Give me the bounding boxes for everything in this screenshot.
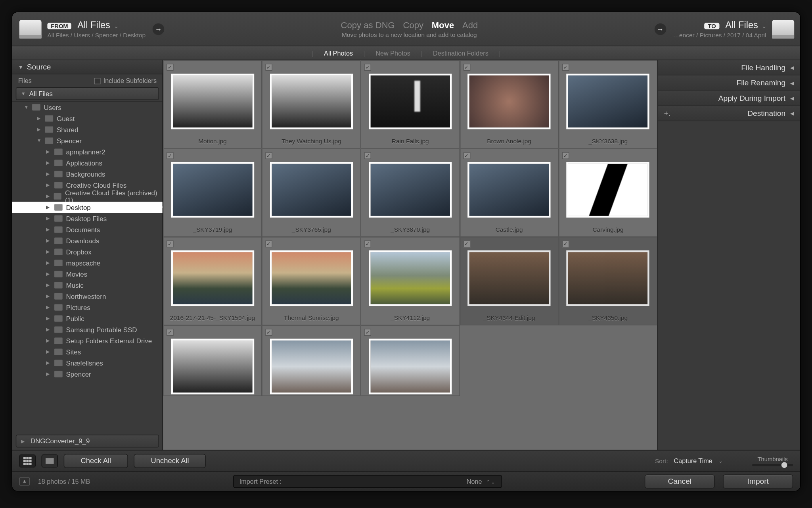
tree-item[interactable]: ▶Dropbox bbox=[12, 246, 163, 258]
tree-item[interactable]: ▶Shared bbox=[12, 124, 163, 135]
thumbnail-cell[interactable]: ✓_SKY4350.jpg bbox=[559, 237, 657, 325]
thumbnail-cell[interactable]: ✓_SKY4112.jpg bbox=[361, 237, 460, 325]
cancel-button[interactable]: Cancel bbox=[645, 474, 715, 488]
thumbnail-checkbox[interactable]: ✓ bbox=[562, 64, 569, 71]
thumbnail-checkbox[interactable]: ✓ bbox=[463, 152, 470, 159]
thumbnail-cell[interactable]: ✓_SKY3870.jpg bbox=[361, 148, 460, 237]
thumbnail-checkbox[interactable]: ✓ bbox=[167, 152, 174, 159]
expand-button[interactable]: ▲ bbox=[19, 477, 30, 485]
tree-item[interactable]: ▶Pictures bbox=[12, 302, 163, 313]
dest-title[interactable]: All Files bbox=[725, 19, 758, 30]
thumbnail-checkbox[interactable]: ✓ bbox=[463, 64, 470, 71]
source-panel-header[interactable]: ▼ Source bbox=[12, 60, 163, 74]
action-copy-as-dng[interactable]: Copy as DNG bbox=[341, 20, 395, 30]
thumbnail-cell[interactable]: ✓Motion.jpg bbox=[163, 60, 262, 149]
thumbnail-image[interactable] bbox=[171, 74, 254, 129]
dest-dropdown-icon[interactable]: ⌄ bbox=[762, 23, 766, 29]
thumbnail-image[interactable] bbox=[270, 339, 353, 394]
right-panel-apply-during-import[interactable]: Apply During Import◀ bbox=[658, 90, 800, 106]
view-all-photos[interactable]: All Photos bbox=[324, 50, 353, 57]
sort-value[interactable]: Capture Time bbox=[674, 457, 712, 464]
thumbnail-cell[interactable]: ✓_SKY3719.jpg bbox=[163, 148, 262, 237]
tree-item[interactable]: ▶Desktop bbox=[12, 202, 163, 213]
thumbnail-cell[interactable]: ✓_SKY3765.jpg bbox=[262, 148, 361, 237]
source-dropdown-icon[interactable]: ⌄ bbox=[114, 23, 119, 29]
right-panel-file-handling[interactable]: File Handling◀ bbox=[658, 60, 800, 75]
tree-item[interactable]: ▶Setup Folders External Drive bbox=[12, 335, 163, 346]
thumbnail-checkbox[interactable]: ✓ bbox=[167, 64, 174, 71]
thumbnail-checkbox[interactable]: ✓ bbox=[463, 241, 470, 248]
thumbnail-image[interactable] bbox=[467, 250, 550, 306]
thumbnail-checkbox[interactable]: ✓ bbox=[265, 64, 272, 71]
thumbnail-image[interactable] bbox=[171, 339, 254, 394]
action-add[interactable]: Add bbox=[462, 20, 478, 30]
check-all-button[interactable]: Check All bbox=[64, 454, 128, 468]
thumbnail-checkbox[interactable]: ✓ bbox=[265, 152, 272, 159]
thumbnail-image[interactable] bbox=[467, 162, 550, 217]
right-panel-destination[interactable]: +.Destination◀ bbox=[658, 106, 800, 121]
thumbnail-checkbox[interactable]: ✓ bbox=[364, 64, 372, 71]
tree-item[interactable]: ▶Snæfellsnes bbox=[12, 358, 163, 369]
view-new-photos[interactable]: New Photos bbox=[375, 50, 410, 57]
tree-item[interactable]: ▶Movies bbox=[12, 269, 163, 280]
add-destination-icon[interactable]: +. bbox=[664, 109, 670, 117]
tree-item[interactable]: ▶Public bbox=[12, 313, 163, 324]
thumbnail-checkbox[interactable]: ✓ bbox=[167, 241, 174, 248]
tree-item[interactable]: ▶Applications bbox=[12, 158, 163, 169]
thumbnail-image[interactable] bbox=[270, 250, 353, 306]
import-preset-bar[interactable]: Import Preset : None ⌃⌄ bbox=[233, 475, 502, 487]
thumbnail-size-slider[interactable] bbox=[752, 464, 793, 466]
thumbnail-checkbox[interactable]: ✓ bbox=[265, 329, 272, 336]
view-destination-folders[interactable]: Destination Folders bbox=[433, 50, 488, 57]
thumbnail-checkbox[interactable]: ✓ bbox=[364, 152, 372, 159]
thumbnail-image[interactable] bbox=[270, 74, 353, 129]
thumbnail-cell[interactable]: ✓Thermal Sunrise.jpg bbox=[262, 237, 361, 325]
tree-item[interactable]: ▶Music bbox=[12, 280, 163, 291]
thumbnail-cell[interactable]: ✓ bbox=[262, 325, 361, 396]
tree-item[interactable]: ▶Backgrounds bbox=[12, 169, 163, 180]
tree-item[interactable]: ▶apmplanner2 bbox=[12, 146, 163, 158]
thumbnail-checkbox[interactable]: ✓ bbox=[562, 152, 569, 159]
all-files-root[interactable]: ▼All Files bbox=[16, 87, 159, 100]
thumbnail-image[interactable] bbox=[369, 250, 452, 306]
preset-dropdown-icon[interactable]: ⌃⌄ bbox=[486, 479, 496, 485]
thumbnail-cell[interactable]: ✓_SKY3638.jpg bbox=[559, 60, 657, 149]
thumbnail-grid[interactable]: ✓Motion.jpg✓They Watching Us.jpg✓Rain Fa… bbox=[163, 60, 657, 450]
thumbnail-checkbox[interactable]: ✓ bbox=[265, 241, 272, 248]
source-title[interactable]: All Files bbox=[77, 19, 110, 30]
thumbnail-image[interactable] bbox=[369, 162, 452, 217]
thumbnail-cell[interactable]: ✓Carving.jpg bbox=[559, 148, 657, 237]
tree-users[interactable]: ▼ Users bbox=[12, 102, 163, 113]
thumbnail-image[interactable] bbox=[270, 162, 353, 217]
tree-item[interactable]: ▶Samsung Portable SSD bbox=[12, 324, 163, 335]
tree-item[interactable]: ▶mapscache bbox=[12, 258, 163, 269]
tree-item[interactable]: ▶Creative Cloud Files (archived) (1) bbox=[12, 191, 163, 202]
thumbnail-image[interactable] bbox=[369, 74, 452, 129]
action-copy[interactable]: Copy bbox=[403, 20, 423, 30]
thumbnail-cell[interactable]: ✓ bbox=[361, 325, 460, 396]
thumbnail-cell[interactable]: ✓ bbox=[163, 325, 262, 396]
thumbnail-cell[interactable]: ✓Castle.jpg bbox=[460, 148, 558, 237]
tree-item[interactable]: ▶Sites bbox=[12, 346, 163, 358]
action-move[interactable]: Move bbox=[432, 20, 454, 30]
thumbnail-cell[interactable]: ✓2016-217-21-45-_SKY1594.jpg bbox=[163, 237, 262, 325]
tree-item[interactable]: ▶Spencer bbox=[12, 369, 163, 380]
thumbnail-image[interactable] bbox=[369, 339, 452, 394]
tree-item[interactable]: ▶Desktop Files bbox=[12, 213, 163, 224]
grid-view-button[interactable] bbox=[19, 454, 36, 467]
loupe-view-button[interactable] bbox=[42, 454, 58, 467]
thumbnail-checkbox[interactable]: ✓ bbox=[562, 241, 569, 248]
tree-item[interactable]: ▼Spencer bbox=[12, 135, 163, 146]
right-panel-file-renaming[interactable]: File Renaming◀ bbox=[658, 75, 800, 90]
thumbnail-image[interactable] bbox=[171, 250, 254, 306]
thumbnail-image[interactable] bbox=[567, 162, 649, 217]
thumbnail-image[interactable] bbox=[567, 250, 649, 306]
dng-converter-item[interactable]: ▶DNGConverter_9_9 bbox=[16, 435, 159, 447]
thumbnail-cell[interactable]: ✓_SKY4344-Edit.jpg bbox=[460, 237, 558, 325]
tree-item[interactable]: ▶Downloads bbox=[12, 235, 163, 246]
include-subfolders-checkbox[interactable]: Include Subfolders bbox=[94, 77, 157, 85]
thumbnail-checkbox[interactable]: ✓ bbox=[167, 329, 174, 336]
tree-item[interactable]: ▶Documents bbox=[12, 224, 163, 235]
thumbnail-cell[interactable]: ✓Rain Falls.jpg bbox=[361, 60, 460, 149]
thumbnail-checkbox[interactable]: ✓ bbox=[364, 329, 372, 336]
